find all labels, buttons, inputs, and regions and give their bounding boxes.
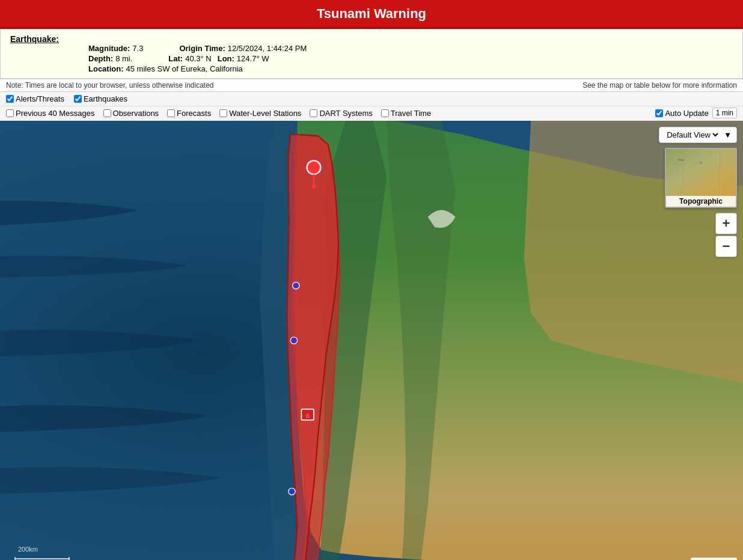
- controls-row-2: Previous 40 Messages Observations Foreca…: [0, 106, 743, 121]
- location-value: 45 miles SW of Eureka, California: [126, 64, 243, 73]
- origin-time-item: Origin Time: 12/5/2024, 1:44:24 PM: [179, 44, 307, 53]
- depth-value: 8 mi.: [115, 54, 132, 63]
- water-level-label: Water-Level Stations: [229, 109, 301, 118]
- origin-time-label: Origin Time:: [179, 44, 225, 53]
- alerts-threats-label: Alerts/Threats: [16, 94, 64, 103]
- previous-messages-label: Previous 40 Messages: [16, 109, 95, 118]
- view-select[interactable]: Default View Street Map Satellite Hybrid…: [664, 130, 720, 140]
- scale-line: 200km 100mi: [12, 546, 78, 560]
- svg-text:22: 22: [699, 161, 703, 165]
- observations-checkbox[interactable]: [103, 109, 111, 117]
- lon-label: Lon:: [218, 54, 234, 63]
- dart-systems-label: DART Systems: [319, 109, 372, 118]
- magnitude-label: Magnitude:: [88, 44, 130, 53]
- svg-point-9: [289, 488, 295, 495]
- auto-update-checkbox-label[interactable]: Auto Update: [655, 109, 708, 118]
- lat-label: Lat:: [168, 54, 183, 63]
- scale-ruler-svg: [12, 554, 78, 560]
- map-overlay-controls: Default View Street Map Satellite Hybrid…: [659, 127, 737, 257]
- earthquakes-checkbox[interactable]: [74, 95, 82, 103]
- earthquake-row-3: Location: 45 miles SW of Eureka, Califor…: [88, 64, 733, 73]
- forecasts-label: Forecasts: [177, 109, 211, 118]
- earthquake-section-label: Earthquake:: [10, 34, 59, 44]
- previous-messages-checkbox[interactable]: [6, 109, 14, 117]
- zoom-in-button[interactable]: +: [715, 213, 737, 234]
- svg-point-5: [312, 184, 316, 189]
- topo-thumbnail[interactable]: Wea 22 Topographic: [665, 148, 737, 208]
- auto-update-interval: 1 min: [712, 108, 737, 118]
- svg-point-8: [290, 337, 297, 344]
- auto-update-group: Auto Update 1 min: [655, 108, 737, 118]
- earthquake-info-box: Earthquake: Magnitude: 7.3 Origin Time: …: [0, 29, 743, 79]
- alerts-threats-checkbox-label[interactable]: Alerts/Threats: [6, 94, 64, 103]
- topo-thumbnail-label: Topographic: [666, 196, 736, 207]
- scale-km-label: 200km: [18, 546, 78, 553]
- zoom-controls: + −: [715, 213, 737, 257]
- auto-update-label: Auto Update: [665, 109, 708, 118]
- depth-item: Depth: 8 mi.: [88, 54, 132, 63]
- note-right: See the map or table below for more info…: [582, 81, 737, 90]
- earthquake-row-2: Depth: 8 mi. Lat: 40.3° N Lon: 124.7° W: [88, 54, 733, 63]
- location-item: Location: 45 miles SW of Eureka, Califor…: [88, 64, 243, 73]
- controls-row-1: Alerts/Threats Earthquakes: [0, 92, 743, 106]
- svg-point-7: [293, 282, 299, 289]
- travel-time-checkbox-label[interactable]: Travel Time: [381, 109, 431, 118]
- alerts-threats-checkbox[interactable]: [6, 95, 14, 103]
- map-container[interactable]: ⌂ Default View Street Map Satellite Hybr…: [0, 121, 743, 560]
- note-bar: Note: Times are local to your browser, u…: [0, 79, 743, 92]
- water-level-checkbox[interactable]: [219, 109, 227, 117]
- earthquakes-checkbox-label[interactable]: Earthquakes: [74, 94, 127, 103]
- esri-logo: POWERED BY esri: [691, 558, 737, 560]
- tsunami-warning-banner: Tsunami Warning: [0, 0, 743, 29]
- latlon-item: Lat: 40.3° N Lon: 124.7° W: [168, 54, 269, 63]
- origin-time-value: 12/5/2024, 1:44:24 PM: [228, 44, 307, 53]
- banner-title: Tsunami Warning: [317, 6, 426, 21]
- forecasts-checkbox-label[interactable]: Forecasts: [167, 109, 211, 118]
- dart-systems-checkbox-label[interactable]: DART Systems: [310, 109, 372, 118]
- earthquake-details: Magnitude: 7.3 Origin Time: 12/5/2024, 1…: [88, 44, 733, 73]
- earthquakes-label: Earthquakes: [84, 94, 127, 103]
- lat-value: 40.3° N: [185, 54, 212, 63]
- default-view-dropdown[interactable]: Default View Street Map Satellite Hybrid…: [659, 127, 737, 143]
- auto-update-checkbox[interactable]: [655, 109, 663, 117]
- map-svg: ⌂: [0, 121, 743, 560]
- topo-thumbnail-svg: Wea 22: [666, 149, 737, 197]
- dropdown-icon: ▼: [724, 130, 732, 139]
- zoom-out-button[interactable]: −: [715, 236, 737, 257]
- note-left: Note: Times are local to your browser, u…: [6, 81, 214, 90]
- forecasts-checkbox[interactable]: [167, 109, 175, 117]
- svg-text:⌂: ⌂: [305, 412, 310, 419]
- location-label: Location:: [88, 64, 124, 73]
- depth-label: Depth:: [88, 54, 113, 63]
- lon-value: 124.7° W: [237, 54, 269, 63]
- observations-checkbox-label[interactable]: Observations: [103, 109, 159, 118]
- magnitude-value: 7.3: [132, 44, 143, 53]
- travel-time-label: Travel Time: [391, 109, 431, 118]
- dart-systems-checkbox[interactable]: [310, 109, 317, 117]
- magnitude-item: Magnitude: 7.3: [88, 44, 143, 53]
- travel-time-checkbox[interactable]: [381, 109, 389, 117]
- earthquake-row-1: Magnitude: 7.3 Origin Time: 12/5/2024, 1…: [88, 44, 733, 53]
- map-attribution: Earthstar Geographics POWERED BY esri: [596, 558, 737, 560]
- water-level-checkbox-label[interactable]: Water-Level Stations: [219, 109, 301, 118]
- observations-label: Observations: [113, 109, 159, 118]
- svg-text:Wea: Wea: [678, 158, 684, 162]
- epicenter-marker[interactable]: [307, 160, 321, 174]
- scale-bar: 200km 100mi: [12, 546, 78, 560]
- previous-messages-checkbox-label[interactable]: Previous 40 Messages: [6, 109, 95, 118]
